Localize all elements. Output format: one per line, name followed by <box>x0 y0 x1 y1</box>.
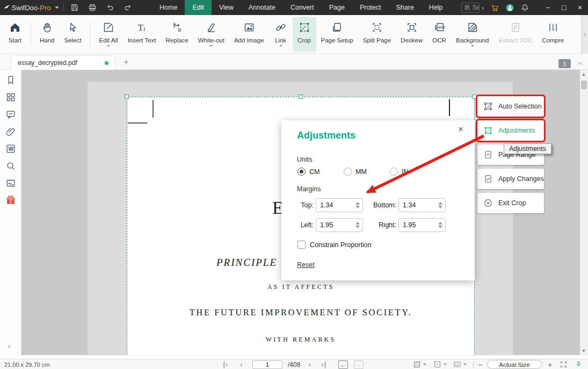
tool-select[interactable]: Select <box>60 17 86 52</box>
spinner-down-icon[interactable] <box>355 206 360 208</box>
spinner-up-icon[interactable] <box>438 222 442 225</box>
tool-hand[interactable]: Hand <box>35 17 60 52</box>
crop-handle-top-left[interactable] <box>125 95 129 99</box>
radio-icon[interactable] <box>344 168 352 176</box>
menu-page[interactable]: Page <box>322 0 352 15</box>
crop-panel-auto-selection-button[interactable]: AAuto Selection <box>477 96 544 117</box>
spinner-up-icon[interactable] <box>355 202 360 205</box>
unit-radio-mm[interactable]: MM <box>344 168 372 176</box>
print-button[interactable] <box>86 2 99 13</box>
sidebar-bookmark-icon[interactable] <box>5 74 17 86</box>
chevron-down-icon[interactable] <box>444 364 447 365</box>
crop-panel-apply-changes-button[interactable]: Apply Changes <box>477 169 544 189</box>
redo-button[interactable] <box>121 2 134 13</box>
collapse-sidebar-chevron-icon[interactable]: ‹ <box>4 341 14 351</box>
toolbar-overflow-chevron-icon[interactable]: › <box>581 15 588 54</box>
user-icon[interactable] <box>503 2 517 13</box>
spinner-down-icon[interactable] <box>438 226 442 228</box>
menu-view[interactable]: View <box>212 0 241 15</box>
app-menu-caret-icon[interactable] <box>55 6 59 9</box>
tool-start[interactable]: Start <box>3 17 27 52</box>
tool-link[interactable]: Link <box>269 17 293 52</box>
bell-icon[interactable] <box>518 2 532 13</box>
chevron-down-icon[interactable] <box>463 364 467 365</box>
zoom-in-button[interactable]: + <box>548 359 552 369</box>
zoom-out-button[interactable]: − <box>478 359 482 369</box>
undo-button[interactable] <box>104 2 117 13</box>
document-tab[interactable]: essay_decrypted.pdf <box>11 55 115 70</box>
tool-split-page[interactable]: Split Page <box>358 17 396 52</box>
zoom-level-select[interactable]: Actual Size <box>487 360 542 369</box>
history-forward-button[interactable]: → <box>354 360 364 369</box>
tool-deskew[interactable]: Deskew <box>396 17 427 52</box>
sidebar-thumbnails-icon[interactable] <box>5 91 17 103</box>
menu-annotate[interactable]: Annotate <box>241 0 283 15</box>
actual-size-button[interactable]: 1:1 <box>453 359 467 369</box>
page-number-input[interactable]: 1 <box>252 360 282 369</box>
constrain-proportion-checkbox[interactable]: Constrain Proportion <box>297 241 372 249</box>
tool-edit-all[interactable]: Edit All <box>94 17 122 52</box>
close-button[interactable]: × <box>572 0 588 15</box>
scrollbar-thumb[interactable] <box>581 81 587 89</box>
sidebar-search-icon[interactable] <box>5 160 17 172</box>
vertical-scrollbar[interactable] <box>580 70 588 356</box>
maximize-button[interactable]: □ <box>556 0 572 15</box>
tool-replace[interactable]: ABReplace <box>161 17 193 52</box>
crop-handle-top-right[interactable] <box>473 95 477 99</box>
radio-icon[interactable] <box>297 168 306 176</box>
margin-input-right[interactable]: 1.95 <box>398 218 446 232</box>
crop-panel-exit-crop-button[interactable]: Exit Crop <box>477 193 544 213</box>
crop-handle-top-center[interactable] <box>299 95 303 99</box>
margin-input-bottom[interactable]: 1.34 <box>398 198 446 212</box>
scroll-up-icon[interactable] <box>582 73 585 76</box>
menu-edit[interactable]: Edit <box>185 0 212 15</box>
horizontal-scrollbar[interactable] <box>21 355 580 356</box>
history-back-button[interactable]: ← <box>338 360 348 369</box>
menu-home[interactable]: Home <box>152 0 185 15</box>
tool-add-image[interactable]: Add Image <box>229 17 269 52</box>
fullscreen-button[interactable] <box>559 359 568 369</box>
chevron-down-icon[interactable] <box>423 364 426 365</box>
page-fit-button[interactable] <box>433 359 447 369</box>
spinner-up-icon[interactable] <box>355 222 360 225</box>
tool-compre[interactable]: Compre <box>537 17 569 52</box>
chevron-down-icon[interactable] <box>209 45 213 47</box>
margin-input-top[interactable]: 1.34 <box>316 198 363 212</box>
reset-link[interactable]: Reset <box>297 261 315 269</box>
tool-background[interactable]: Background <box>451 17 493 52</box>
next-page-button[interactable]: › <box>308 359 311 369</box>
minimize-button[interactable]: − <box>540 0 556 15</box>
unit-radio-cm[interactable]: CM <box>297 168 325 176</box>
menu-help[interactable]: Help <box>422 0 451 15</box>
radio-icon[interactable] <box>390 168 398 176</box>
spinner-up-icon[interactable] <box>438 202 442 205</box>
new-tab-button[interactable]: + <box>120 56 132 68</box>
pin-statusbar-icon[interactable] <box>574 359 583 369</box>
save-button[interactable] <box>68 2 81 13</box>
sidebar-watermark-icon[interactable]: W <box>5 143 17 155</box>
last-page-button[interactable]: ›| <box>321 359 326 369</box>
tool-ocr[interactable]: OCROCR <box>427 17 451 52</box>
sidebar-comment-icon[interactable] <box>5 108 17 120</box>
checkbox-box[interactable] <box>297 241 306 249</box>
search-input[interactable]: Search <box>461 3 480 13</box>
sidebar-gift-icon[interactable] <box>5 194 17 206</box>
chevron-down-icon[interactable] <box>279 45 282 47</box>
prev-page-button[interactable]: ‹ <box>240 359 243 369</box>
crop-panel-adjustments-button[interactable]: Adjustments <box>477 120 544 141</box>
dialog-close-icon[interactable]: × <box>455 125 466 135</box>
sidebar-attachment-icon[interactable] <box>5 126 17 138</box>
spinner-down-icon[interactable] <box>355 226 360 228</box>
spinner-down-icon[interactable] <box>438 206 442 208</box>
menu-share[interactable]: Share <box>389 0 422 15</box>
cart-icon[interactable] <box>488 2 502 13</box>
tool-insert-text[interactable]: TIInsert Text <box>123 17 161 52</box>
search-expand-chevron-icon[interactable]: › <box>482 4 484 12</box>
tool-crop[interactable]: Crop <box>293 17 316 52</box>
page-background-button[interactable] <box>412 359 426 369</box>
collapse-toolbar-chevron-icon[interactable] <box>575 58 585 69</box>
sidebar-signature-icon[interactable] <box>5 177 17 189</box>
margin-input-left[interactable]: 1.95 <box>316 218 363 232</box>
tool-white-out[interactable]: White-out <box>193 17 229 52</box>
scroll-down-icon[interactable] <box>582 350 585 352</box>
